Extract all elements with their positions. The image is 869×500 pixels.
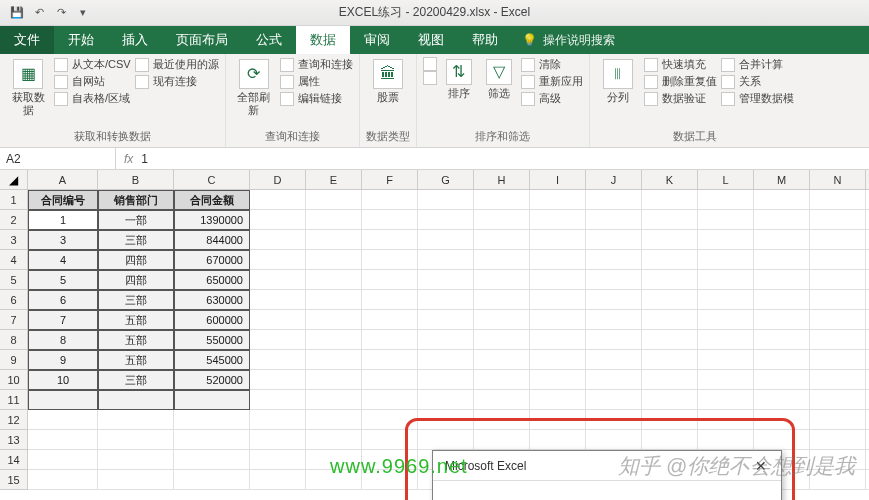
cell-N3[interactable] — [810, 230, 866, 250]
cell-L4[interactable] — [698, 250, 754, 270]
cell-J13[interactable] — [586, 430, 642, 450]
cell-G6[interactable] — [418, 290, 474, 310]
sort-asc[interactable] — [423, 57, 437, 71]
cell-D6[interactable] — [250, 290, 306, 310]
cell-C15[interactable] — [174, 470, 250, 490]
cell-C9[interactable]: 545000 — [174, 350, 250, 370]
cell-N8[interactable] — [810, 330, 866, 350]
cell-D15[interactable] — [250, 470, 306, 490]
col-header-H[interactable]: H — [474, 170, 530, 190]
cell-K5[interactable] — [642, 270, 698, 290]
cell-J2[interactable] — [586, 210, 642, 230]
cell-D12[interactable] — [250, 410, 306, 430]
edit-links[interactable]: 编辑链接 — [280, 91, 353, 106]
cell-E7[interactable] — [306, 310, 362, 330]
cell-A15[interactable] — [28, 470, 98, 490]
cell-J11[interactable] — [586, 390, 642, 410]
cell-K11[interactable] — [642, 390, 698, 410]
cell-F12[interactable] — [362, 410, 418, 430]
cell-F11[interactable] — [362, 390, 418, 410]
cell-B10[interactable]: 三部 — [98, 370, 174, 390]
cell-M1[interactable] — [754, 190, 810, 210]
cell-D7[interactable] — [250, 310, 306, 330]
cell-F1[interactable] — [362, 190, 418, 210]
save-icon[interactable]: 💾 — [8, 4, 26, 22]
cell-D9[interactable] — [250, 350, 306, 370]
cell-G13[interactable] — [418, 430, 474, 450]
cell-C12[interactable] — [174, 410, 250, 430]
cell-M6[interactable] — [754, 290, 810, 310]
cell-L2[interactable] — [698, 210, 754, 230]
select-all-corner[interactable]: ◢ — [0, 170, 28, 190]
row-header-8[interactable]: 8 — [0, 330, 28, 350]
cell-B1[interactable]: 销售部门 — [98, 190, 174, 210]
cell-K13[interactable] — [642, 430, 698, 450]
cell-D1[interactable] — [250, 190, 306, 210]
cell-B11[interactable] — [98, 390, 174, 410]
cell-M11[interactable] — [754, 390, 810, 410]
cell-L9[interactable] — [698, 350, 754, 370]
cell-J10[interactable] — [586, 370, 642, 390]
cell-N2[interactable] — [810, 210, 866, 230]
cell-M4[interactable] — [754, 250, 810, 270]
cell-B4[interactable]: 四部 — [98, 250, 174, 270]
flash-fill[interactable]: 快速填充 — [644, 57, 717, 72]
cell-L11[interactable] — [698, 390, 754, 410]
cell-C10[interactable]: 520000 — [174, 370, 250, 390]
row-header-1[interactable]: 1 — [0, 190, 28, 210]
cell-A10[interactable]: 10 — [28, 370, 98, 390]
cell-K9[interactable] — [642, 350, 698, 370]
cell-N11[interactable] — [810, 390, 866, 410]
cell-E3[interactable] — [306, 230, 362, 250]
tab-home[interactable]: 开始 — [54, 26, 108, 54]
cell-B2[interactable]: 一部 — [98, 210, 174, 230]
cell-H4[interactable] — [474, 250, 530, 270]
cell-I13[interactable] — [530, 430, 586, 450]
cell-M12[interactable] — [754, 410, 810, 430]
cell-A3[interactable]: 3 — [28, 230, 98, 250]
cell-G5[interactable] — [418, 270, 474, 290]
cell-J3[interactable] — [586, 230, 642, 250]
recent-sources[interactable]: 最近使用的源 — [135, 57, 219, 72]
tab-layout[interactable]: 页面布局 — [162, 26, 242, 54]
cell-L1[interactable] — [698, 190, 754, 210]
cell-H3[interactable] — [474, 230, 530, 250]
col-header-M[interactable]: M — [754, 170, 810, 190]
tab-view[interactable]: 视图 — [404, 26, 458, 54]
reapply[interactable]: 重新应用 — [521, 74, 583, 89]
tab-review[interactable]: 审阅 — [350, 26, 404, 54]
cell-E13[interactable] — [306, 430, 362, 450]
row-header-4[interactable]: 4 — [0, 250, 28, 270]
cell-N4[interactable] — [810, 250, 866, 270]
cell-E12[interactable] — [306, 410, 362, 430]
row-header-7[interactable]: 7 — [0, 310, 28, 330]
cell-G4[interactable] — [418, 250, 474, 270]
filter-button[interactable]: ▽ 筛选 — [481, 57, 517, 100]
cell-J5[interactable] — [586, 270, 642, 290]
row-header-5[interactable]: 5 — [0, 270, 28, 290]
clear-filter[interactable]: 清除 — [521, 57, 583, 72]
cell-H13[interactable] — [474, 430, 530, 450]
col-header-F[interactable]: F — [362, 170, 418, 190]
cell-F3[interactable] — [362, 230, 418, 250]
cell-C7[interactable]: 600000 — [174, 310, 250, 330]
cell-M3[interactable] — [754, 230, 810, 250]
row-header-2[interactable]: 2 — [0, 210, 28, 230]
cell-A8[interactable]: 8 — [28, 330, 98, 350]
cell-K10[interactable] — [642, 370, 698, 390]
cell-L10[interactable] — [698, 370, 754, 390]
cell-A5[interactable]: 5 — [28, 270, 98, 290]
tab-help[interactable]: 帮助 — [458, 26, 512, 54]
cell-K2[interactable] — [642, 210, 698, 230]
cell-B8[interactable]: 五部 — [98, 330, 174, 350]
cell-I10[interactable] — [530, 370, 586, 390]
cell-E8[interactable] — [306, 330, 362, 350]
cell-A4[interactable]: 4 — [28, 250, 98, 270]
row-header-6[interactable]: 6 — [0, 290, 28, 310]
cell-E5[interactable] — [306, 270, 362, 290]
formula-bar[interactable]: 1 — [141, 152, 148, 166]
cell-K1[interactable] — [642, 190, 698, 210]
cell-F10[interactable] — [362, 370, 418, 390]
fx-icon[interactable]: fx — [124, 152, 133, 166]
cell-E1[interactable] — [306, 190, 362, 210]
